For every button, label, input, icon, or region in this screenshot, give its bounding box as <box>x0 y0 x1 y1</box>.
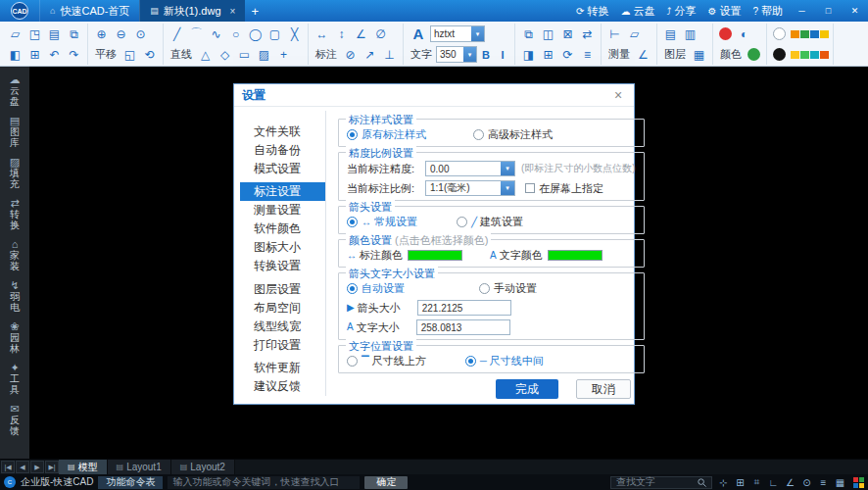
hatch-icon[interactable]: ▨ <box>255 45 273 64</box>
linear-dim-icon[interactable]: ↔ <box>313 24 331 43</box>
dialog-close-icon[interactable]: × <box>610 87 626 103</box>
sidebar-item-home-design[interactable]: ⌂家装 <box>0 238 29 271</box>
circle-icon[interactable]: ○ <box>226 24 245 43</box>
copy-icon[interactable]: ⧉ <box>519 24 538 43</box>
sheet-nav-button-3[interactable]: ▶| <box>45 461 59 473</box>
leader-icon[interactable]: ↗ <box>361 45 379 64</box>
ellipse-icon[interactable]: ◯ <box>246 24 265 43</box>
invert-color-icon[interactable]: ◐ <box>735 24 753 43</box>
vertical-dim-icon[interactable]: ↕ <box>332 24 351 43</box>
zoom-window-icon[interactable]: ◱ <box>121 45 139 64</box>
sidebar-item-gallery[interactable]: ▤图库 <box>0 115 29 148</box>
radius-dim-icon[interactable]: ⊘ <box>341 45 360 64</box>
text-height-select[interactable]: 350▾ <box>436 46 477 63</box>
layers-icon[interactable]: ▤ <box>661 24 680 43</box>
ordinate-dim-icon[interactable]: ⊥ <box>380 45 399 64</box>
tab-close-icon[interactable]: × <box>226 6 236 17</box>
maximize-button[interactable]: □ <box>815 0 842 22</box>
cloud-button[interactable]: ☁云盘 <box>614 0 660 22</box>
ortho-icon[interactable]: ∟ <box>767 477 780 488</box>
sidebar-item-cloud-drive[interactable]: ☁云盘 <box>0 74 29 107</box>
color-swatch[interactable] <box>800 30 809 38</box>
sheet-nav-button-1[interactable]: ◀ <box>16 461 29 473</box>
rotate-icon[interactable]: ⟳ <box>558 45 577 64</box>
settings-menu-item[interactable]: 模式设置 <box>240 160 325 178</box>
settings-menu-item[interactable]: 测量设置 <box>240 201 325 220</box>
dim-color-swatch[interactable] <box>408 250 462 261</box>
white-swatch[interactable] <box>773 27 786 40</box>
middle-line-label[interactable]: 尺寸线中间 <box>490 354 544 368</box>
color-swatch[interactable] <box>791 30 799 38</box>
tab-home[interactable]: ⌂ 快速CAD-首页 <box>39 0 139 22</box>
color-swatch[interactable] <box>791 51 799 59</box>
radio-regular-arrow[interactable] <box>347 217 358 227</box>
pan-button[interactable]: 平移 <box>92 47 120 62</box>
measure-area-icon[interactable]: ▱ <box>625 24 644 43</box>
rect2-icon[interactable]: ▭ <box>235 45 254 64</box>
convert-button[interactable]: ⟳转换 <box>570 0 614 22</box>
measure-angle-icon[interactable]: ∠ <box>634 45 652 64</box>
undo-icon[interactable]: ↶ <box>45 45 64 64</box>
grid-icon[interactable]: ⊞ <box>734 477 747 488</box>
red-color-swatch[interactable] <box>719 27 732 40</box>
close-button[interactable]: ✕ <box>842 0 868 22</box>
help-button[interactable]: ?帮助 <box>747 0 789 22</box>
color-swatch[interactable] <box>820 51 829 59</box>
rectangle-icon[interactable]: ▢ <box>265 24 284 43</box>
layer-off-icon[interactable]: ▥ <box>681 24 699 43</box>
drawing-canvas[interactable]: 设置 × 文件关联自动备份模式设置标注设置测量设置软件颜色图标大小转换设置图层设… <box>29 67 868 459</box>
settings-menu-item[interactable]: 建议反馈 <box>240 377 325 396</box>
done-button[interactable]: 完成 <box>496 379 558 399</box>
text-button[interactable]: 文字 <box>408 47 435 62</box>
zoom-extents-icon[interactable]: ⊙ <box>131 24 150 43</box>
text-style-select[interactable]: hztxt▾ <box>430 25 485 42</box>
settings-menu-item[interactable]: 软件颜色 <box>240 220 325 238</box>
find-text-input[interactable]: 查找文字 <box>610 476 712 489</box>
cancel-button[interactable]: 取消 <box>576 379 631 399</box>
color-swatch[interactable] <box>820 30 829 38</box>
onscreen-checkbox[interactable] <box>525 183 535 193</box>
diamond-icon[interactable]: ◇ <box>216 45 234 64</box>
settings-menu-item[interactable]: 转换设置 <box>240 257 325 275</box>
palette-row-1[interactable] <box>791 30 829 38</box>
manual-size-label[interactable]: 手动设置 <box>494 281 537 296</box>
bold-button[interactable]: B <box>478 46 494 63</box>
sidebar-item-tools[interactable]: ✦工具 <box>0 362 29 395</box>
delete-icon[interactable]: ⊠ <box>558 24 577 43</box>
settings-menu-item[interactable]: 标注设置 <box>240 182 325 201</box>
point-icon[interactable]: + <box>274 45 293 64</box>
color-button[interactable]: 颜色 <box>717 47 745 62</box>
settings-menu-item[interactable]: 布局空间 <box>240 299 325 318</box>
insert-block-icon[interactable]: ⊞ <box>25 45 44 64</box>
sheet-tab-layout1[interactable]: ▤Layout1 <box>108 460 171 474</box>
settings-menu-item[interactable]: 图层设置 <box>240 280 325 299</box>
open-file-icon[interactable]: ◳ <box>25 24 44 43</box>
original-style-label[interactable]: 原有标注样式 <box>362 127 426 142</box>
command-input[interactable]: 输入功能或命令关键词，快速查找入口 <box>168 476 360 489</box>
radio-middle-line[interactable] <box>465 356 476 367</box>
arch-arrow-label[interactable]: 建筑设置 <box>480 215 523 229</box>
layer-properties-icon[interactable]: ▦ <box>690 45 708 64</box>
regular-arrow-label[interactable]: 常规设置 <box>374 215 417 229</box>
dropdown-arrow-icon[interactable]: ▾ <box>501 162 514 175</box>
osnap-icon[interactable]: ⊙ <box>800 477 813 488</box>
radio-above-line[interactable] <box>347 356 358 367</box>
sidebar-item-landscape[interactable]: ❀园林 <box>0 320 29 354</box>
line-button[interactable]: 直线 <box>168 47 195 62</box>
radio-arch-arrow[interactable] <box>457 217 467 227</box>
command-list-button[interactable]: 功能命令表 <box>98 476 163 489</box>
ok-button[interactable]: 确定 <box>364 476 408 489</box>
advanced-style-label[interactable]: 高级标注样式 <box>488 127 553 142</box>
spline-icon[interactable]: ∿ <box>207 24 225 43</box>
target-icon[interactable]: ⊹ <box>717 477 730 488</box>
sidebar-item-convert[interactable]: ⇄转换 <box>0 197 29 230</box>
snap-icon[interactable]: ⌗ <box>750 476 763 488</box>
array-icon[interactable]: ⊞ <box>539 45 557 64</box>
dropdown-arrow-icon[interactable]: ▾ <box>463 47 476 62</box>
diameter-dim-icon[interactable]: ∅ <box>371 24 390 43</box>
sheet-tab-模型[interactable]: ▤模型 <box>59 460 108 474</box>
new-file-icon[interactable]: ▱ <box>6 24 24 43</box>
settings-button[interactable]: ⚙设置 <box>701 0 747 22</box>
radio-manual-size[interactable] <box>479 283 490 294</box>
italic-button[interactable]: I <box>495 46 510 63</box>
